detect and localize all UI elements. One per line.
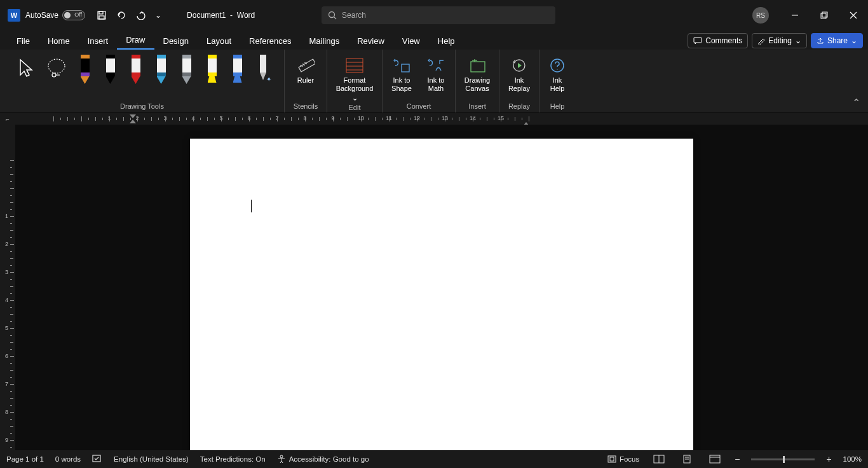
pen-tool-6[interactable] xyxy=(228,55,247,83)
minimize-button[interactable] xyxy=(780,0,810,31)
undo-icon[interactable] xyxy=(116,11,127,20)
group-convert: Ink to Shape Ink to Math Convert xyxy=(383,50,456,113)
web-layout-button[interactable] xyxy=(707,453,723,465)
help-icon xyxy=(548,56,567,75)
zoom-slider[interactable] xyxy=(751,458,815,460)
print-layout-button[interactable] xyxy=(679,453,695,465)
tab-view[interactable]: View xyxy=(393,32,429,50)
document-title: Document1 - Word xyxy=(187,11,255,20)
redo-icon[interactable] xyxy=(136,11,146,20)
select-tool[interactable] xyxy=(12,55,37,81)
predictions-status[interactable]: Text Predictions: On xyxy=(200,455,266,463)
language-status[interactable]: English (United States) xyxy=(114,455,189,463)
grid-icon xyxy=(345,56,364,75)
ink-help-button[interactable]: Ink Help xyxy=(545,55,570,93)
tab-layout[interactable]: Layout xyxy=(198,32,240,50)
group-label: Stencils xyxy=(294,101,318,113)
svg-point-3 xyxy=(329,12,335,18)
ribbon-actions: Comments Editing ⌄ Share ⌄ xyxy=(688,33,863,48)
pen-tool-5[interactable] xyxy=(203,55,222,83)
horizontal-ruler[interactable]: 123456789101112131415 xyxy=(31,113,868,125)
chevron-down-icon: ⌄ xyxy=(795,36,801,45)
ink-to-shape-button[interactable]: Ink to Shape xyxy=(388,55,416,93)
pen-tool-4[interactable] xyxy=(177,55,196,83)
window-controls: RS xyxy=(752,0,868,31)
tab-help[interactable]: Help xyxy=(429,32,464,50)
svg-rect-6 xyxy=(821,13,826,18)
tab-review[interactable]: Review xyxy=(348,32,393,50)
group-help: Ink Help Help xyxy=(539,50,575,113)
chevron-down-icon: ⌄ xyxy=(851,36,857,45)
collapse-ribbon-icon[interactable]: ⌃ xyxy=(852,97,860,109)
group-label: Drawing Tools xyxy=(120,101,164,113)
maximize-button[interactable] xyxy=(810,0,839,31)
svg-line-19 xyxy=(304,62,307,64)
svg-line-17 xyxy=(300,64,302,67)
editing-button[interactable]: Editing ⌄ xyxy=(752,33,807,48)
svg-marker-31 xyxy=(130,120,136,123)
pen-tool-1[interactable] xyxy=(101,55,120,83)
svg-point-34 xyxy=(280,455,283,458)
save-icon[interactable] xyxy=(97,10,107,20)
svg-text:✦: ✦ xyxy=(266,76,271,83)
tab-file[interactable]: File xyxy=(8,32,39,50)
quick-access-toolbar: ⌄ xyxy=(97,10,161,20)
work-area: 12345678910 xyxy=(0,125,868,450)
action-pen-tool[interactable]: ✦ xyxy=(254,55,273,83)
svg-marker-30 xyxy=(130,114,136,118)
vertical-ruler[interactable]: 12345678910 xyxy=(0,125,15,450)
tab-selector-icon[interactable]: ⌐ xyxy=(0,113,15,125)
lasso-icon xyxy=(46,56,67,81)
ruler-button[interactable]: Ruler xyxy=(290,55,322,85)
user-avatar[interactable]: RS xyxy=(752,7,769,24)
pen-tool-0[interactable] xyxy=(76,55,95,83)
chevron-down-icon: ⌄ xyxy=(352,94,358,102)
drawing-canvas-button[interactable]: Drawing Canvas xyxy=(461,55,494,93)
autosave-toggle[interactable]: AutoSave Off xyxy=(25,10,85,20)
spell-check-icon[interactable] xyxy=(92,455,102,464)
zoom-out-button[interactable]: − xyxy=(735,454,740,464)
right-indent-marker[interactable] xyxy=(523,118,529,125)
group-label: Help xyxy=(550,101,565,113)
close-button[interactable] xyxy=(839,0,868,31)
indent-marker[interactable] xyxy=(130,113,136,125)
toggle-switch-icon[interactable]: Off xyxy=(62,10,85,20)
ink-replay-button[interactable]: Ink Replay xyxy=(505,55,534,93)
zoom-level[interactable]: 100% xyxy=(843,455,862,463)
comment-icon xyxy=(693,37,702,45)
pen-tool-2[interactable] xyxy=(126,55,146,83)
accessibility-status[interactable]: Accessibility: Good to go xyxy=(277,455,369,464)
tab-draw[interactable]: Draw xyxy=(117,31,154,50)
svg-rect-10 xyxy=(694,38,702,43)
tab-references[interactable]: References xyxy=(240,32,300,50)
tab-home[interactable]: Home xyxy=(39,32,79,50)
ink-to-math-button[interactable]: Ink to Math xyxy=(422,55,450,93)
focus-button[interactable]: Focus xyxy=(607,455,639,463)
svg-rect-13 xyxy=(260,55,266,72)
search-input[interactable]: Search xyxy=(322,6,555,24)
page-status[interactable]: Page 1 of 1 xyxy=(6,455,44,463)
word-count[interactable]: 0 words xyxy=(55,455,81,463)
word-app-icon: W xyxy=(8,9,20,22)
qat-more-icon[interactable]: ⌄ xyxy=(155,11,161,20)
pen-tool-3[interactable] xyxy=(152,55,171,83)
svg-point-12 xyxy=(52,73,56,77)
share-button[interactable]: Share ⌄ xyxy=(811,33,863,48)
read-mode-button[interactable] xyxy=(651,453,667,465)
focus-icon xyxy=(607,455,616,463)
document-scroll-area[interactable] xyxy=(15,125,868,450)
zoom-in-button[interactable]: + xyxy=(826,454,831,464)
text-cursor xyxy=(251,200,252,212)
comments-button[interactable]: Comments xyxy=(688,33,748,48)
search-placeholder: Search xyxy=(342,11,366,20)
tab-insert[interactable]: Insert xyxy=(79,32,118,50)
svg-rect-20 xyxy=(346,59,363,72)
lasso-tool[interactable] xyxy=(44,55,69,81)
page[interactable] xyxy=(190,139,693,450)
format-background-button[interactable]: Format Background ⌄ xyxy=(332,55,377,102)
svg-line-4 xyxy=(334,17,337,20)
svg-rect-25 xyxy=(471,62,485,72)
tab-design[interactable]: Design xyxy=(154,32,198,50)
share-icon xyxy=(817,37,824,45)
tab-mailings[interactable]: Mailings xyxy=(301,32,349,50)
